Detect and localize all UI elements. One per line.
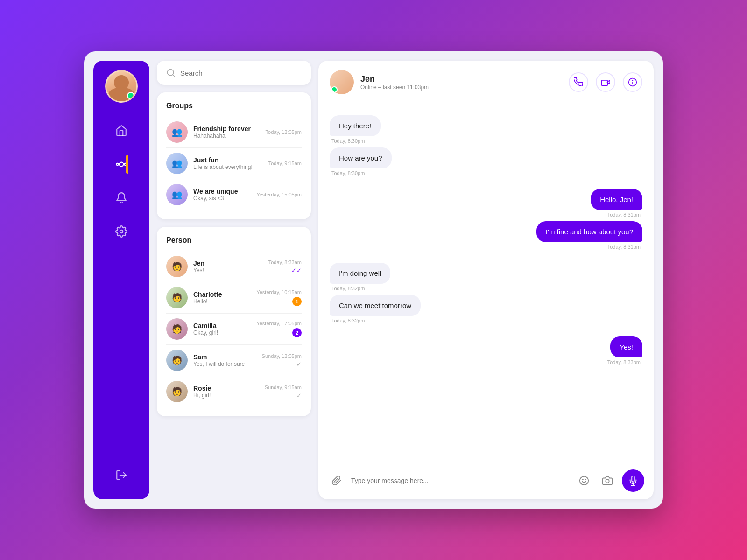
svg-point-2 <box>125 163 127 165</box>
svg-rect-7 <box>602 80 608 86</box>
msg-time-6: Today, 8:32pm <box>330 318 366 323</box>
sidebar-item-home[interactable] <box>115 116 128 146</box>
person-name-rosie: Rosie <box>193 385 259 392</box>
sidebar-nav <box>115 116 128 460</box>
person-time-sam: Sunday, 12:05pm <box>262 353 302 359</box>
msg-bubble-2: How are you? <box>330 147 392 168</box>
camera-button[interactable] <box>599 472 616 490</box>
person-preview-charlotte: Hello! <box>193 298 251 305</box>
sidebar-item-notifications[interactable] <box>115 183 128 213</box>
group-meta-unique: Yesterday, 15:05pm <box>256 192 302 197</box>
chat-status: Online – last seen 11:03pm <box>360 84 562 91</box>
msg-time-4: Today, 8:31pm <box>606 244 642 250</box>
user-avatar[interactable] <box>105 70 138 103</box>
sidebar-item-settings[interactable] <box>115 217 128 246</box>
group-item-unique[interactable]: 👥 We are unique Okay, sis <3 Yesterday, … <box>166 179 302 210</box>
groups-card: Groups 👥 Friendship forever Hahahahaha! … <box>157 92 311 219</box>
chat-user-info: Jen Online – last seen 11:03pm <box>360 74 562 91</box>
person-avatar-rosie: 🧑 <box>166 381 188 402</box>
msg-bubble-1: Hey there! <box>330 115 381 136</box>
svg-point-3 <box>120 230 123 233</box>
group-name-friendship: Friendship forever <box>193 125 260 133</box>
message-7: Yes! Today, 8:33pm <box>330 336 642 365</box>
group-avatar-unique: 👥 <box>166 184 188 205</box>
person-info-rosie: Rosie Hi, girl! <box>193 385 259 399</box>
msg-time-7: Today, 8:33pm <box>606 359 642 365</box>
chat-input-area <box>318 462 654 499</box>
msg-time-3: Today, 8:31pm <box>606 212 642 217</box>
group-time-justfun: Today, 9:15am <box>268 161 302 166</box>
phone-icon <box>574 77 583 87</box>
chat-avatar <box>330 70 354 94</box>
group-item-friendship[interactable]: 👥 Friendship forever Hahahahaha! Today, … <box>166 117 302 148</box>
svg-point-15 <box>606 479 609 483</box>
sam-read-check: ✓ <box>296 361 302 368</box>
sidebar-item-logout[interactable] <box>93 460 149 490</box>
info-icon <box>628 77 637 87</box>
person-avatar-camilla: 🧑 <box>166 318 188 340</box>
group-meta-friendship: Today, 12:05pm <box>266 129 302 135</box>
person-item-rosie[interactable]: 🧑 Rosie Hi, girl! Sunday, 9:15am ✓ <box>166 376 302 407</box>
attach-button[interactable] <box>328 472 345 490</box>
charlotte-badge: 1 <box>292 297 302 306</box>
msg-time-5: Today, 8:32pm <box>330 286 366 291</box>
logout-icon <box>115 469 128 482</box>
person-time-camilla: Yesterday, 17:05pm <box>256 321 302 326</box>
chat-header: Jen Online – last seen 11:03pm <box>318 61 654 104</box>
persons-card: Person 🧑 Jen Yes! Today, 8:33am ✓✓ 🧑 Cha… <box>157 227 311 416</box>
emoji-button[interactable] <box>575 472 593 490</box>
person-item-sam[interactable]: 🧑 Sam Yes, I will do for sure Sunday, 12… <box>166 345 302 376</box>
message-5: I'm doing well Today, 8:32pm <box>330 263 642 291</box>
person-name-charlotte: Charlotte <box>193 291 251 298</box>
message-input[interactable] <box>351 477 570 484</box>
group-preview-unique: Okay, sis <3 <box>193 195 251 202</box>
group-time-friendship: Today, 12:05pm <box>266 129 302 135</box>
sidebar-item-messages[interactable] <box>115 149 128 179</box>
svg-point-1 <box>116 163 118 165</box>
person-info-camilla: Camilla Okay, girl! <box>193 322 251 336</box>
home-icon <box>115 124 128 137</box>
chat-actions <box>569 72 642 92</box>
messages-area: Hey there! Today, 8:30pm How are you? To… <box>318 104 654 462</box>
svg-point-12 <box>580 476 588 485</box>
group-preview-justfun: Life is about everything! <box>193 164 263 170</box>
msg-bubble-4: I'm fine and how about you? <box>536 221 642 242</box>
msg-time-2: Today, 8:30pm <box>330 170 366 176</box>
chat-panel: Jen Online – last seen 11:03pm Hey there… <box>318 61 654 499</box>
group-info-friendship: Friendship forever Hahahahaha! <box>193 125 260 139</box>
video-button[interactable] <box>596 72 615 92</box>
person-info-charlotte: Charlotte Hello! <box>193 291 251 305</box>
group-info-justfun: Just fun Life is about everything! <box>193 156 263 170</box>
group-meta-justfun: Today, 9:15am <box>268 161 302 166</box>
person-item-charlotte[interactable]: 🧑 Charlotte Hello! Yesterday, 10:15am 1 <box>166 282 302 314</box>
person-item-jen[interactable]: 🧑 Jen Yes! Today, 8:33am ✓✓ <box>166 251 302 282</box>
search-box[interactable] <box>157 61 311 85</box>
camilla-badge: 2 <box>292 328 302 337</box>
message-4: I'm fine and how about you? Today, 8:31p… <box>330 221 642 250</box>
person-avatar-jen: 🧑 <box>166 256 188 277</box>
mic-button[interactable] <box>622 469 644 492</box>
group-item-justfun[interactable]: 👥 Just fun Life is about everything! Tod… <box>166 148 302 179</box>
call-button[interactable] <box>569 72 588 92</box>
group-name-justfun: Just fun <box>193 156 263 164</box>
gear-icon <box>115 225 128 238</box>
person-name-camilla: Camilla <box>193 322 251 329</box>
person-meta-jen: Today, 8:33am ✓✓ <box>268 259 302 274</box>
person-avatar-sam: 🧑 <box>166 350 188 371</box>
main-card: Groups 👥 Friendship forever Hahahahaha! … <box>84 51 663 509</box>
more-button[interactable] <box>623 72 642 92</box>
person-meta-camilla: Yesterday, 17:05pm 2 <box>256 321 302 337</box>
person-preview-camilla: Okay, girl! <box>193 329 251 336</box>
search-icon <box>166 68 176 77</box>
msg-bubble-7: Yes! <box>610 336 642 357</box>
person-preview-jen: Yes! <box>193 267 263 273</box>
search-input[interactable] <box>180 69 302 77</box>
person-meta-charlotte: Yesterday, 10:15am 1 <box>256 289 302 306</box>
svg-point-0 <box>120 162 124 167</box>
group-name-unique: We are unique <box>193 188 251 195</box>
middle-panel: Groups 👥 Friendship forever Hahahahaha! … <box>157 61 311 499</box>
person-preview-rosie: Hi, girl! <box>193 392 259 399</box>
person-item-camilla[interactable]: 🧑 Camilla Okay, girl! Yesterday, 17:05pm… <box>166 314 302 345</box>
video-icon <box>601 77 610 87</box>
person-meta-sam: Sunday, 12:05pm ✓ <box>262 353 302 368</box>
